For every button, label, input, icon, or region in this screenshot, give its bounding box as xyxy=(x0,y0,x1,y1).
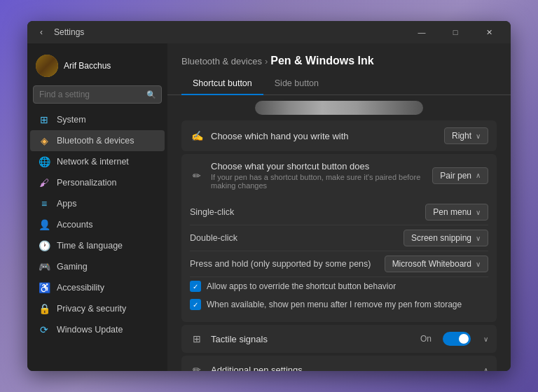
page-header: Bluetooth & devices › Pen & Windows Ink xyxy=(167,43,511,73)
shortcut-setting-sublabel: If your pen has a shortcut button, make … xyxy=(211,173,425,190)
single-click-chevron-icon: ∨ xyxy=(476,209,481,216)
sidebar-item-label: Apps xyxy=(57,199,77,209)
checkbox2[interactable]: ✓ xyxy=(190,299,201,310)
titlebar-left: ‹ Settings xyxy=(33,24,84,41)
sidebar-item-gaming[interactable]: 🎮 Gaming xyxy=(30,256,165,277)
sidebar-item-label: Time & language xyxy=(57,241,123,251)
hand-dropdown[interactable]: Right ∨ xyxy=(444,127,488,144)
shortcut-text: Choose what your shortcut button does If… xyxy=(211,161,425,190)
press-hold-value: Microsoft Whiteboard xyxy=(392,259,471,269)
additional-pen-icon: ✏ xyxy=(190,363,204,371)
tactile-on-label: On xyxy=(420,334,432,344)
additional-pen-header[interactable]: ✏ Additional pen settings ∧ xyxy=(181,356,497,371)
additional-pen-expand-icon: ∧ xyxy=(483,366,488,372)
hand-setting-label: Choose which hand you write with xyxy=(211,131,437,141)
privacy-icon: 🔒 xyxy=(39,303,50,314)
sidebar-item-time[interactable]: 🕐 Time & language xyxy=(30,235,165,256)
tab-bar: Shortcut button Side button xyxy=(167,73,511,95)
minimize-button[interactable]: — xyxy=(406,21,438,43)
sidebar-item-label: Gaming xyxy=(57,262,88,272)
sidebar-item-label: Accounts xyxy=(57,220,92,230)
close-button[interactable]: ✕ xyxy=(473,21,505,43)
hand-setting-row: ✍ Choose which hand you write with Right… xyxy=(181,120,497,151)
shortcut-sub-settings: Single-click Pen menu ∨ Double-click Scr… xyxy=(181,194,497,322)
breadcrumb-parent[interactable]: Bluetooth & devices xyxy=(181,56,262,66)
checkbox1-row: ✓ Allow apps to override the shortcut bu… xyxy=(190,277,488,295)
shortcut-icon: ✏ xyxy=(190,169,204,183)
windowsupdate-icon: ⟳ xyxy=(39,324,50,335)
single-click-row: Single-click Pen menu ∨ xyxy=(190,200,488,225)
sidebar: Arif Bacchus 🔍 ⊞ System ◈ Bluetooth & de… xyxy=(27,43,167,371)
search-input[interactable] xyxy=(33,85,162,104)
shortcut-value: Pair pen xyxy=(440,171,471,181)
sidebar-item-accessibility[interactable]: ♿ Accessibility xyxy=(30,277,165,298)
sidebar-item-label: Personalization xyxy=(57,178,116,188)
tab-side[interactable]: Side button xyxy=(263,73,330,95)
time-icon: 🕐 xyxy=(39,240,50,251)
sidebar-item-label: Bluetooth & devices xyxy=(57,136,134,146)
tactile-setting-row: ⊞ Tactile signals On ∨ xyxy=(181,325,497,353)
sidebar-item-accounts[interactable]: 👤 Accounts xyxy=(30,214,165,235)
sidebar-item-windowsupdate[interactable]: ⟳ Windows Update xyxy=(30,319,165,340)
sidebar-item-apps[interactable]: ≡ Apps xyxy=(30,193,165,214)
press-hold-chevron-icon: ∨ xyxy=(476,260,481,268)
breadcrumb: Bluetooth & devices › Pen & Windows Ink xyxy=(181,55,497,67)
search-box: 🔍 xyxy=(33,85,162,104)
back-button[interactable]: ‹ xyxy=(33,24,50,41)
titlebar-controls: — □ ✕ xyxy=(406,21,505,43)
sidebar-item-system[interactable]: ⊞ System xyxy=(30,109,165,130)
double-click-row: Double-click Screen snipping ∨ xyxy=(190,225,488,251)
breadcrumb-current: Pen & Windows Ink xyxy=(270,55,373,67)
settings-section: ✍ Choose which hand you write with Right… xyxy=(167,120,511,371)
pen-visual xyxy=(255,101,423,115)
tactile-icon: ⊞ xyxy=(190,332,204,346)
double-click-dropdown[interactable]: Screen snipping ∨ xyxy=(404,230,488,246)
maximize-button[interactable]: □ xyxy=(439,21,471,43)
single-click-value: Pen menu xyxy=(433,207,471,217)
sidebar-item-label: Windows Update xyxy=(57,325,123,335)
tab-shortcut[interactable]: Shortcut button xyxy=(181,73,263,95)
apps-icon: ≡ xyxy=(39,198,50,209)
shortcut-setting-row: ✏ Choose what your shortcut button does … xyxy=(181,154,497,197)
bluetooth-icon: ◈ xyxy=(39,135,50,146)
accessibility-icon: ♿ xyxy=(39,282,50,293)
titlebar: ‹ Settings — □ ✕ xyxy=(27,21,511,43)
hand-chevron-icon: ∨ xyxy=(476,132,481,140)
checkbox2-row: ✓ When available, show pen menu after I … xyxy=(190,295,488,314)
hand-icon: ✍ xyxy=(190,129,204,143)
avatar-image xyxy=(36,55,58,77)
content-area: Arif Bacchus 🔍 ⊞ System ◈ Bluetooth & de… xyxy=(27,43,511,371)
gaming-icon: 🎮 xyxy=(39,261,50,272)
single-click-label: Single-click xyxy=(190,207,425,217)
titlebar-title: Settings xyxy=(54,27,84,37)
checkbox1-label: Allow apps to override the shortcut butt… xyxy=(207,281,396,291)
tactile-chevron-icon: ∨ xyxy=(483,335,488,343)
user-profile: Arif Bacchus xyxy=(27,49,167,85)
shortcut-setting-label: Choose what your shortcut button does xyxy=(211,161,425,172)
sidebar-item-label: Accessibility xyxy=(57,283,104,293)
single-click-dropdown[interactable]: Pen menu ∨ xyxy=(425,204,488,220)
sidebar-item-label: System xyxy=(57,115,86,125)
accounts-icon: 👤 xyxy=(39,219,50,230)
checkbox2-label: When available, show pen menu after I re… xyxy=(207,300,462,309)
sidebar-item-bluetooth[interactable]: ◈ Bluetooth & devices xyxy=(30,130,165,151)
checkbox1[interactable]: ✓ xyxy=(190,281,201,292)
tactile-toggle[interactable] xyxy=(443,332,471,346)
pen-image-area xyxy=(167,95,511,120)
sidebar-item-label: Network & internet xyxy=(57,157,129,167)
sidebar-item-network[interactable]: 🌐 Network & internet xyxy=(30,151,165,172)
sidebar-item-personalization[interactable]: 🖌 Personalization xyxy=(30,172,165,193)
double-click-chevron-icon: ∨ xyxy=(476,234,481,242)
tactile-setting-label: Tactile signals xyxy=(211,334,413,344)
press-hold-row: Press and hold (only supported by some p… xyxy=(190,251,488,277)
press-hold-label: Press and hold (only supported by some p… xyxy=(190,259,385,269)
settings-window: ‹ Settings — □ ✕ Arif Bacchus 🔍 ⊞ Sys xyxy=(27,21,511,371)
press-hold-dropdown[interactable]: Microsoft Whiteboard ∨ xyxy=(385,255,488,272)
user-name: Arif Bacchus xyxy=(64,61,111,71)
breadcrumb-separator: › xyxy=(265,56,268,66)
shortcut-dropdown[interactable]: Pair pen ∧ xyxy=(432,167,488,184)
sidebar-item-privacy[interactable]: 🔒 Privacy & security xyxy=(30,298,165,319)
shortcut-expand-icon: ∧ xyxy=(476,172,481,179)
hand-value: Right xyxy=(452,131,471,141)
personalization-icon: 🖌 xyxy=(39,177,50,188)
